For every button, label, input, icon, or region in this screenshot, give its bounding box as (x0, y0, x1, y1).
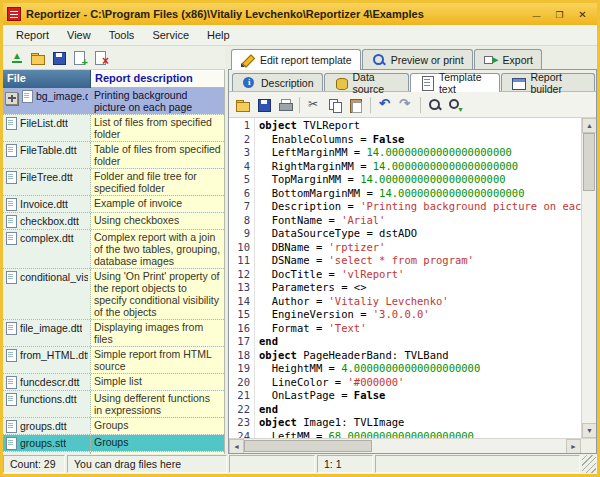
open-folder-button[interactable] (28, 48, 48, 68)
save-icon (256, 97, 272, 113)
page-icon (5, 437, 17, 450)
open-folder-button[interactable] (233, 95, 253, 115)
menu-item-report[interactable]: Report (7, 26, 58, 44)
code-line: DSName = 'select * from program' (259, 254, 581, 268)
page-icon (5, 349, 17, 362)
column-header-file[interactable]: File (3, 70, 91, 88)
print-button[interactable] (275, 95, 295, 115)
description-cell: Using checkboxes (91, 213, 224, 229)
file-cell: bg_image.dtt (3, 88, 91, 114)
new-page-button[interactable] (70, 48, 90, 68)
subtab-data-source[interactable]: Data source (324, 73, 409, 91)
find-next-button[interactable] (446, 95, 466, 115)
vscroll-track[interactable] (582, 133, 596, 423)
table-row[interactable]: conditional_visibilitUsing 'On Print' pr… (3, 269, 224, 320)
editor-toolbar (229, 92, 596, 118)
menu-item-tools[interactable]: Tools (100, 26, 144, 44)
table-row[interactable]: functions.dttUsing defferent functions i… (3, 391, 224, 418)
code-line: DataSourceType = dstADO (259, 227, 581, 241)
scroll-left-button[interactable] (229, 439, 244, 454)
line-number: 15 (229, 308, 250, 322)
page-icon (5, 215, 17, 228)
sub-tab-bar: DescriptionData sourceTemplate textRepor… (229, 70, 596, 92)
horizontal-scrollbar[interactable] (229, 438, 581, 453)
table-row[interactable]: funcdescr.dttSimple list (3, 374, 224, 391)
code-line: LineColor = '#000000' (259, 376, 581, 390)
table-row[interactable]: complex.dttComplex report with a join of… (3, 230, 224, 269)
tab-label: Report builder (530, 71, 586, 95)
paste-button[interactable] (346, 95, 366, 115)
table-row[interactable]: bg_image.dttPrinting background picture … (3, 88, 224, 115)
hscroll-thumb[interactable] (244, 440, 372, 452)
find-button[interactable] (425, 95, 445, 115)
print-icon (277, 97, 293, 113)
line-number: 24 (229, 430, 250, 439)
app-icon[interactable] (7, 7, 21, 21)
code-editor[interactable]: 123456789101112131415161718192021222324 … (229, 118, 596, 438)
subtab-description[interactable]: Description (232, 73, 323, 91)
table-row[interactable]: groups.dttGroups (3, 418, 224, 435)
scroll-down-button[interactable] (582, 423, 596, 438)
page-icon (21, 90, 33, 103)
file-cell: file_image.dtt (3, 320, 91, 346)
go-up-button[interactable] (7, 48, 27, 68)
table-row[interactable]: FileTable.dttTable of files from specifi… (3, 142, 224, 169)
undo-button[interactable] (375, 95, 395, 115)
description-cell: Simple report from HTML source (91, 347, 224, 373)
delete-page-button[interactable] (91, 48, 111, 68)
maximize-button[interactable] (549, 6, 570, 22)
page-icon (5, 232, 17, 245)
vscroll-thumb[interactable] (583, 133, 595, 191)
line-number: 20 (229, 376, 250, 390)
tab-edit-report-template[interactable]: Edit report template (231, 49, 361, 70)
code-lines[interactable]: object TVLReport EnableColumns = False L… (255, 118, 581, 438)
status-hint: You can drag files here (67, 455, 227, 473)
title-bar[interactable]: Reportizer - C:\Program Files (x86)\Vita… (3, 3, 597, 25)
file-cell: from_HTML.dtt (3, 347, 91, 373)
table-row[interactable]: Invoice.dttExample of invoice (3, 196, 224, 213)
save-button[interactable] (49, 48, 69, 68)
gutter: 123456789101112131415161718192021222324 (229, 118, 255, 438)
subtab-report-builder[interactable]: Report builder (501, 73, 595, 91)
file-name: conditional_visibilit (20, 270, 88, 283)
table-row[interactable]: from_HTML.dttSimple report from HTML sou… (3, 347, 224, 374)
file-name: FileTree.dtt (20, 170, 73, 183)
hscroll-track[interactable] (244, 439, 566, 453)
scroll-right-button[interactable] (566, 439, 581, 454)
table-row[interactable]: checkbox.dttUsing checkboxes (3, 213, 224, 230)
toolbar-separator (370, 97, 371, 113)
save-button[interactable] (254, 95, 274, 115)
scroll-up-button[interactable] (582, 118, 596, 133)
code-line: FontName = 'Arial' (259, 214, 581, 228)
redo-icon (398, 97, 414, 113)
description-cell: List of files from specified folder (91, 115, 224, 141)
file-cell: funcdescr.dtt (3, 374, 91, 390)
file-name: bg_image.dtt (36, 89, 88, 102)
table-row[interactable]: FileTree.dttFolder and file tree for spe… (3, 169, 224, 196)
status-spare (229, 455, 315, 473)
file-browser-panel: File Report description bg_image.dttPrin… (3, 46, 225, 454)
page-icon (5, 144, 17, 157)
resize-grip[interactable] (582, 455, 596, 473)
redo-button[interactable] (396, 95, 416, 115)
copy-button[interactable] (325, 95, 345, 115)
tab-preview-or-print[interactable]: Preview or print (362, 49, 473, 69)
code-line: DocTitle = 'vlReport' (259, 268, 581, 282)
menu-item-view[interactable]: View (58, 26, 100, 44)
minimize-button[interactable] (526, 6, 547, 22)
file-cell: FileList.dtt (3, 115, 91, 141)
file-rows: bg_image.dttPrinting background picture … (3, 88, 225, 454)
table-row[interactable]: file_image.dttDisplaying images from fil… (3, 320, 224, 347)
new-page-icon (72, 50, 88, 66)
subtab-template-text[interactable]: Template text (410, 73, 501, 92)
cut-button[interactable] (304, 95, 324, 115)
file-cell: conditional_visibilit (3, 269, 91, 319)
column-header-description[interactable]: Report description (91, 70, 225, 88)
tab-export[interactable]: Export (474, 49, 542, 69)
table-row[interactable]: FileList.dttList of files from specified… (3, 115, 224, 142)
vertical-scrollbar[interactable] (581, 118, 596, 438)
menu-item-service[interactable]: Service (143, 26, 198, 44)
close-button[interactable] (572, 6, 593, 22)
table-row[interactable]: groups.sttGroups (3, 435, 224, 452)
menu-item-help[interactable]: Help (198, 26, 239, 44)
